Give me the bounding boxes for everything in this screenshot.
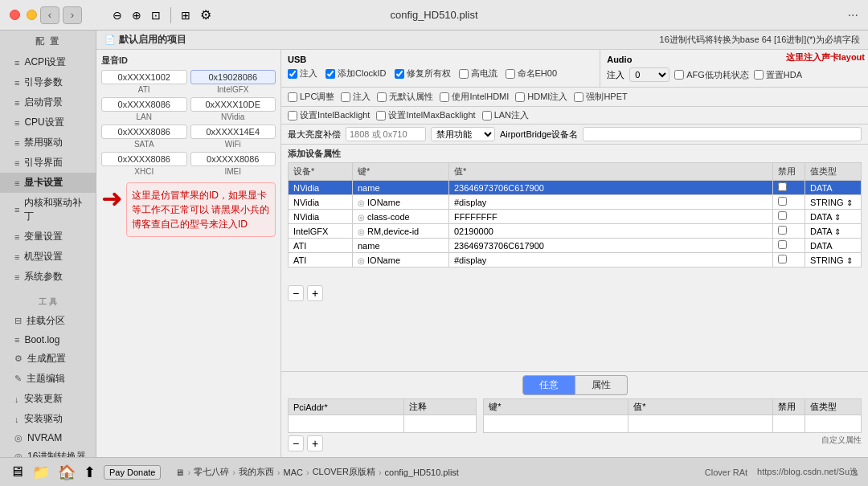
usb-clockid-checkbox[interactable]: 添加ClockID [326, 67, 387, 80]
sidebar-item-graphics[interactable]: ≡ 显卡设置 [0, 173, 96, 193]
sidebar-item-acpi[interactable]: ≡ ACPI设置 [0, 52, 96, 72]
zoom-out-icon[interactable]: ⊖ [113, 9, 122, 22]
usb-fixown-checkbox[interactable]: 修复所有权 [395, 67, 451, 80]
sidebar-item-nvram[interactable]: ◎ NVRAM [0, 429, 96, 447]
sidebar-item-update[interactable]: ↓ 安装更新 [0, 389, 96, 409]
close-button[interactable] [10, 10, 20, 20]
brightness-input[interactable] [346, 127, 426, 141]
disabled-cell[interactable] [773, 224, 805, 239]
kernel-icon: ≡ [14, 205, 19, 214]
device-cell: IntelGFX [289, 224, 353, 239]
id-field-ati[interactable]: 0xXXXX1002 [101, 70, 187, 84]
sidebar-item-cpu[interactable]: ≡ CPU设置 [0, 112, 96, 133]
hdmi-inject-checkbox[interactable]: HDMI注入 [515, 91, 567, 103]
pciaddr-cell[interactable] [289, 415, 404, 433]
lpc-checkbox[interactable]: LPC调整 [288, 91, 334, 103]
forward-button[interactable]: › [63, 6, 82, 24]
disabled-cell[interactable] [773, 195, 805, 210]
breadcrumb-item[interactable]: MAC [284, 468, 303, 477]
intel-max-backlight-checkbox[interactable]: 设置IntelMaxBacklight [376, 109, 475, 121]
table-row[interactable] [289, 415, 477, 433]
key-cell[interactable] [484, 415, 628, 433]
sidebar-item-sysparams[interactable]: ≡ 系统参数 [0, 267, 96, 287]
grafik-id-grid: 0xXXXX1002 ATI 0x19028086 IntelGFX 0xXXX… [101, 70, 276, 176]
sidebar-item-genconfig[interactable]: ⚙ 生成配置 [0, 349, 96, 369]
pciaddr-remove-button[interactable]: − [288, 435, 304, 451]
tab-properties[interactable]: 属性 [575, 375, 628, 395]
force-hpet-checkbox[interactable]: 强制HPET [574, 91, 627, 103]
usb-inject-checkbox[interactable]: 注入 [288, 67, 317, 80]
table-row[interactable]: NVidia name 23646973706C617900 DATA [289, 181, 862, 195]
intel-backlight-checkbox[interactable]: 设置IntelBacklight [288, 109, 370, 121]
disabled-cell[interactable] [773, 239, 805, 253]
back-button[interactable]: ‹ [40, 6, 59, 24]
sidebar-item-bootbg[interactable]: ≡ 启动背景 [0, 92, 96, 112]
value-cell[interactable] [628, 415, 773, 433]
sidebar-item-mount[interactable]: ⊟ 挂载分区 [0, 311, 96, 331]
table-row[interactable]: IntelGFX ◎ RM,device-id 02190000 DATA ⇕ [289, 224, 862, 239]
afg-checkbox[interactable]: AFG低功耗状态 [674, 69, 749, 81]
add-row-button[interactable]: + [307, 285, 323, 301]
sidebar-item-disable-driver[interactable]: ≡ 禁用驱动 [0, 133, 96, 153]
terminal-icon[interactable]: 🖥 [10, 464, 24, 480]
id-field-imei[interactable]: 0xXXXX8086 [190, 152, 276, 166]
breadcrumb-item[interactable]: 我的东西 [239, 466, 274, 478]
sidebar-item-theme[interactable]: ✎ 主题编辑 [0, 369, 96, 389]
hda-checkbox[interactable]: 置置HDA [754, 69, 802, 81]
remove-row-button[interactable]: − [288, 285, 304, 301]
breadcrumb-item[interactable]: CLOVER原版精 [313, 466, 375, 478]
comment-cell[interactable] [404, 415, 477, 433]
table-row[interactable]: ATI ◎ IOName #display STRING ⇕ [289, 253, 862, 268]
sidebar-item-hex[interactable]: ◎ 16进制转换器 [0, 447, 96, 457]
sidebar-item-bootlog[interactable]: ≡ Boot.log [0, 331, 96, 349]
audio-inject-select[interactable]: 0 [629, 67, 669, 82]
table-row[interactable]: NVidia ◎ IOName #display STRING ⇕ [289, 195, 862, 210]
key-cell: ◎ IOName [353, 253, 449, 268]
minimize-button[interactable] [27, 10, 37, 20]
intel-hdmi-checkbox[interactable]: 使用IntelHDMI [440, 91, 509, 103]
disable-select[interactable]: 禁用功能 [431, 127, 495, 141]
bridge-input[interactable] [583, 127, 862, 141]
home-icon[interactable]: 🏠 [58, 464, 76, 481]
settings-icon[interactable]: ⚙ [200, 7, 211, 22]
table-row[interactable]: NVidia ◎ class-code FFFFFFFF DATA ⇕ [289, 210, 862, 224]
lan-inject-checkbox[interactable]: LAN注入 [482, 109, 529, 121]
usb-nameh00-checkbox[interactable]: 命名EH00 [506, 67, 558, 80]
inject-opt-checkbox[interactable]: 注入 [341, 91, 371, 103]
breadcrumb-item-file[interactable]: config_HD510.plist [385, 468, 459, 477]
disabled-cell[interactable] [773, 253, 805, 268]
audio-annotation: 这里注入声卡layout [786, 51, 865, 63]
share-icon[interactable]: ⬆ [84, 464, 96, 481]
link-icon[interactable]: ⊞ [181, 9, 190, 22]
id-field-intelgfx[interactable]: 0x19028086 [190, 70, 276, 84]
tab-arbitrary[interactable]: 任意 [522, 375, 575, 395]
disabled-cell[interactable] [773, 181, 805, 195]
disabled-cell[interactable] [773, 415, 805, 433]
id-field-nvidia[interactable]: 0xXXXX10DE [190, 97, 276, 112]
donate-button[interactable]: Pay Donate [104, 465, 161, 480]
disabled-cell[interactable] [773, 210, 805, 224]
id-field-xhci[interactable]: 0xXXXX8086 [101, 152, 187, 166]
sidebar-item-install-driver[interactable]: ↓ 安装驱动 [0, 409, 96, 429]
breadcrumb-item[interactable]: 零七八碎 [194, 466, 229, 478]
more-options-button[interactable]: ··· [848, 8, 858, 22]
id-field-sata[interactable]: 0xXXXX8086 [101, 125, 187, 139]
clover-rat-label: Clover RAt [705, 468, 747, 477]
type-cell[interactable] [805, 415, 862, 433]
folder-icon[interactable]: 📁 [32, 464, 50, 481]
update-icon: ↓ [14, 394, 19, 404]
pciaddr-add-button[interactable]: + [307, 435, 323, 451]
id-field-wifi[interactable]: 0xXXXX14E4 [190, 125, 276, 139]
no-default-prop-checkbox[interactable]: 无默认属性 [377, 91, 433, 103]
zoom-in-icon[interactable]: ⊕ [132, 9, 141, 22]
sidebar-item-kernel[interactable]: ≡ 内核和驱动补丁 [0, 193, 96, 227]
sidebar-item-bootargs[interactable]: ≡ 引导参数 [0, 72, 96, 92]
sidebar-item-model[interactable]: ≡ 机型设置 [0, 247, 96, 267]
table-row[interactable]: ATI name 23646973706C617900 DATA [289, 239, 862, 253]
window-icon[interactable]: ⊡ [151, 9, 161, 22]
id-field-lan[interactable]: 0xXXXX8086 [101, 97, 187, 112]
sidebar-item-boot-ui[interactable]: ≡ 引导界面 [0, 153, 96, 173]
usb-highcurrent-checkbox[interactable]: 高电流 [459, 67, 497, 80]
sidebar-item-vars[interactable]: ≡ 变量设置 [0, 227, 96, 247]
table-row[interactable] [484, 415, 862, 433]
